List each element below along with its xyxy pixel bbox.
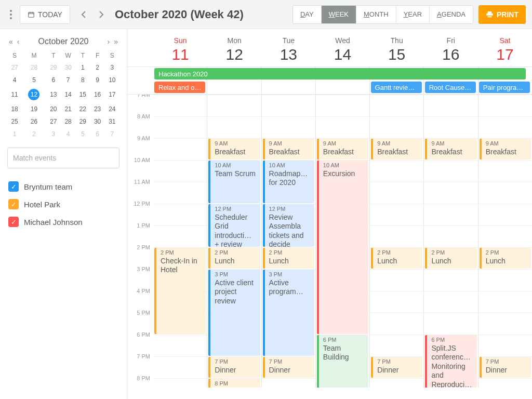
mini-day[interactable]: 4: [7, 74, 22, 86]
calendar-event[interactable]: 7 PMDinner: [208, 357, 260, 378]
overflow-menu-icon[interactable]: [6, 7, 16, 22]
mini-day[interactable]: 6: [90, 128, 104, 140]
mini-day[interactable]: 1: [75, 61, 90, 74]
mini-day[interactable]: 2: [22, 128, 46, 140]
allday-event[interactable]: Pair progra…: [479, 82, 530, 93]
allday-event[interactable]: Hackathon 2020: [154, 68, 526, 79]
mini-prev-month[interactable]: ‹: [16, 36, 21, 47]
mini-day[interactable]: 7: [61, 74, 75, 86]
mini-day[interactable]: 26: [22, 115, 46, 128]
day-header[interactable]: Tue13: [261, 29, 315, 66]
mini-day[interactable]: 5: [22, 74, 46, 86]
allday-event[interactable]: Gantt revie…: [371, 82, 422, 93]
calendar-event[interactable]: 9 AMBreakfast: [371, 139, 422, 159]
day-column[interactable]: 9 AMBreakfast10 AMExcursion6 PMTeam Buil…: [315, 95, 369, 388]
mini-day[interactable]: 8: [75, 74, 90, 86]
print-button[interactable]: PRINT: [478, 5, 526, 24]
allday-event[interactable]: Relax and o…: [154, 82, 205, 93]
calendar-event[interactable]: 12 PMReview Assembla tickets and decide: [263, 204, 314, 247]
mini-day[interactable]: 15: [75, 86, 90, 103]
mini-day[interactable]: 2: [90, 61, 104, 74]
calendar-event[interactable]: 9 AMBreakfast: [317, 139, 368, 159]
calendar-event[interactable]: 2 PMCheck-In in Hotel: [154, 248, 206, 334]
calendar-event[interactable]: 9 AMBreakfast: [263, 139, 314, 159]
calendar-toggle[interactable]: ✓Michael Johnson: [7, 213, 119, 231]
mini-day[interactable]: 25: [7, 115, 22, 128]
day-header[interactable]: Wed14: [315, 29, 369, 66]
day-column[interactable]: 2 PMCheck-In in Hotel: [153, 95, 207, 388]
mini-day[interactable]: 9: [90, 74, 104, 86]
mini-day[interactable]: 14: [61, 86, 75, 103]
calendar-event[interactable]: 8 PM: [208, 379, 260, 388]
search-input[interactable]: [7, 148, 119, 168]
day-column[interactable]: 9 AMBreakfast10 AMTeam Scrum12 PMSchedul…: [207, 95, 261, 388]
mini-next-month[interactable]: ›: [106, 36, 112, 47]
mini-day[interactable]: 23: [90, 103, 104, 115]
calendar-event[interactable]: 9 AMBreakfast: [208, 139, 260, 159]
mini-day[interactable]: 29: [75, 115, 90, 128]
next-button[interactable]: [93, 6, 110, 23]
day-header[interactable]: Thu15: [370, 29, 424, 66]
calendar-event[interactable]: 10 AMTeam Scrum: [208, 161, 260, 203]
mini-day[interactable]: 4: [61, 128, 75, 140]
calendar-event[interactable]: 2 PMLunch: [263, 248, 314, 269]
calendar-toggle[interactable]: ✓Bryntum team: [7, 178, 119, 195]
view-day[interactable]: DAY: [293, 6, 322, 23]
mini-day[interactable]: 5: [75, 128, 90, 140]
mini-day[interactable]: 1: [7, 128, 22, 140]
calendar-toggle[interactable]: ✓Hotel Park: [7, 195, 119, 213]
day-header[interactable]: Sun11: [153, 29, 207, 66]
mini-day[interactable]: 10: [105, 74, 119, 86]
mini-day[interactable]: 18: [7, 103, 22, 115]
mini-day[interactable]: 19: [22, 103, 46, 115]
calendar-event[interactable]: 12 PMScheduler Grid introducti… + review: [208, 204, 260, 247]
calendar-event[interactable]: 3 PMActive client project review: [208, 270, 260, 356]
calendar-event[interactable]: 10 AMRoadmap… for 2020: [263, 161, 314, 203]
day-column[interactable]: 9 AMBreakfast2 PMLunch7 PMDinner: [369, 95, 423, 388]
view-year[interactable]: YEAR: [396, 6, 430, 23]
mini-prev-year[interactable]: «: [7, 36, 15, 47]
calendar-event[interactable]: 10 AMExcursion: [317, 161, 368, 334]
mini-day[interactable]: 24: [105, 103, 119, 115]
mini-day[interactable]: 21: [61, 103, 75, 115]
mini-day[interactable]: 17: [105, 86, 119, 103]
day-header[interactable]: Fri16: [424, 29, 478, 66]
mini-day[interactable]: 20: [46, 103, 61, 115]
mini-day[interactable]: 3: [46, 128, 61, 140]
day-header[interactable]: Mon12: [207, 29, 261, 66]
mini-day[interactable]: 11: [7, 86, 22, 103]
mini-day[interactable]: 12: [22, 86, 46, 103]
today-button[interactable]: TODAY: [20, 5, 70, 24]
day-column[interactable]: 9 AMBreakfast2 PMLunch7 PMDinner: [478, 95, 532, 388]
calendar-event[interactable]: 2 PMLunch: [480, 248, 531, 269]
calendar-event[interactable]: 6 PMSplit.JS conferenc… Monitoring and R…: [425, 335, 476, 388]
mini-day[interactable]: 28: [22, 61, 46, 74]
calendar-event[interactable]: 3 PMActive program…: [263, 270, 314, 356]
mini-day[interactable]: 6: [46, 74, 61, 86]
allday-event[interactable]: Root Cause…: [425, 82, 476, 93]
calendar-event[interactable]: 2 PMLunch: [208, 248, 260, 269]
calendar-event[interactable]: 7 PMDinner: [371, 357, 422, 378]
mini-day[interactable]: 31: [105, 115, 119, 128]
calendar-event[interactable]: 2 PMLunch: [371, 248, 422, 269]
mini-day[interactable]: 30: [90, 115, 104, 128]
day-column[interactable]: 9 AMBreakfast10 AMRoadmap… for 202012 PM…: [261, 95, 315, 388]
mini-day[interactable]: 30: [61, 61, 75, 74]
calendar-event[interactable]: 9 AMBreakfast: [425, 139, 476, 159]
prev-button[interactable]: [75, 6, 92, 23]
day-column[interactable]: 9 AMBreakfast2 PMLunch6 PMSplit.JS confe…: [423, 95, 477, 388]
mini-day[interactable]: 29: [46, 61, 61, 74]
mini-day[interactable]: 7: [105, 128, 119, 140]
view-month[interactable]: MONTH: [356, 6, 396, 23]
calendar-event[interactable]: 2 PMLunch: [425, 248, 476, 269]
mini-next-year[interactable]: »: [112, 36, 119, 47]
calendar-event[interactable]: 7 PMDinner: [480, 357, 531, 378]
mini-day[interactable]: 27: [7, 61, 22, 74]
mini-day[interactable]: 16: [90, 86, 104, 103]
calendar-event[interactable]: 9 AMBreakfast: [480, 139, 531, 159]
day-header[interactable]: Sat17: [478, 29, 532, 66]
view-agenda[interactable]: AGENDA: [430, 6, 473, 23]
mini-day[interactable]: 27: [46, 115, 61, 128]
mini-day[interactable]: 13: [46, 86, 61, 103]
view-week[interactable]: WEEK: [322, 6, 356, 23]
